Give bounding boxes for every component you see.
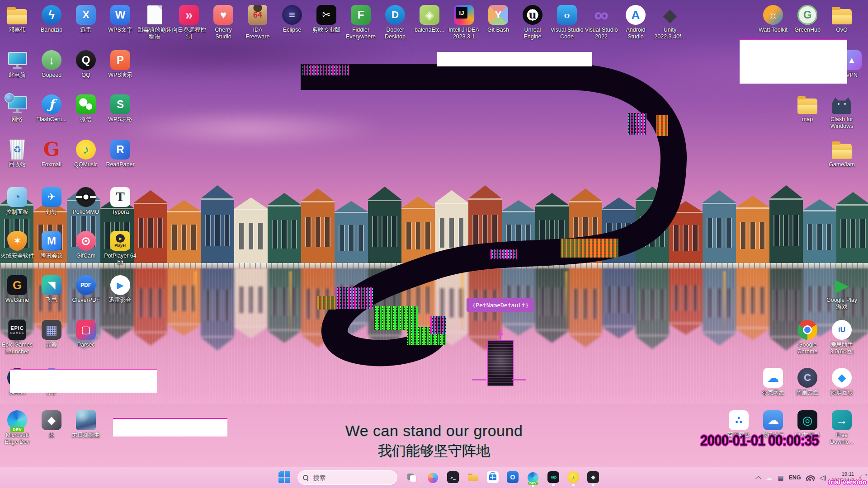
desktop-icon-gifcam[interactable]: ⊙GifCam: [69, 230, 103, 259]
taskbar: >_ODEVTap♪◆ ☁ ▦ ENG ◁) 19:11 2025/11/2 ☾…: [0, 467, 868, 488]
ida-freeware-icon: 64: [247, 5, 268, 25]
desktop-icon-tencent-meeting[interactable]: M腾讯会议: [34, 230, 69, 259]
control-panel-icon: ◔: [7, 187, 28, 207]
taskbar-unity-button[interactable]: ◆: [587, 471, 599, 483]
desktop-icon-thunder-player[interactable]: ▶迅雷影音: [103, 275, 137, 304]
desktop-icon-gopeed[interactable]: ↓Gopeed: [34, 50, 69, 79]
desktop-icon-ms-edge-dev[interactable]: DEVMicrosoft Edge Dev: [0, 410, 34, 446]
tray-chevron-up-icon[interactable]: [755, 476, 761, 482]
desktop-icon-wechat[interactable]: 微信: [69, 94, 103, 123]
desktop-icon-free-download[interactable]: →Free Downlo...: [825, 410, 859, 446]
desktop-icon-unreal-engine[interactable]: uUnreal Engine: [515, 5, 550, 40]
onedrive-icon[interactable]: ☁: [765, 474, 773, 481]
google-play-games-icon: ▶: [831, 275, 852, 296]
desktop-icon-feishu[interactable]: ◥飞书: [34, 275, 69, 304]
desktop-icon-unity[interactable]: ◆Unity 2022.3.40f...: [653, 5, 687, 40]
quark-drive-icon: ☁: [763, 367, 783, 388]
desktop-icon-wegame[interactable]: GWeGame: [0, 275, 34, 304]
desktop-icon-doc-tianmeizhen[interactable]: 甜莓镇的崩坏物语: [137, 5, 172, 40]
desktop-icon-potplayer[interactable]: ▶PlayerPotPlayer 64 bit: [103, 230, 137, 266]
eclipse-icon: ≡: [282, 5, 302, 25]
douban-icon: ▦: [41, 319, 62, 340]
taskbar-terminal-button[interactable]: >_: [447, 471, 459, 483]
taskbar-taptap-button[interactable]: Tap: [547, 471, 559, 483]
search-input[interactable]: [312, 474, 382, 482]
taskbar-microsoft-store-button[interactable]: [487, 471, 499, 483]
desktop-icon-label: Eclipse: [283, 27, 301, 33]
desktop-icon-intellij-idea[interactable]: IJIntelliJ IDEA 2023.3.1: [447, 5, 481, 40]
taskbar-copilot-button[interactable]: [426, 471, 439, 484]
desktop-icon-thunder[interactable]: X迅雷: [69, 5, 103, 33]
desktop-icon-label: map: [802, 116, 813, 123]
desktop-icon-label: 迅雷影音: [109, 297, 132, 304]
desktop-icon-cherry-studio[interactable]: ♥Cherry Studio: [206, 5, 241, 40]
desktop-icon-this-pc[interactable]: 此电脑: [0, 50, 34, 79]
desktop-icon-huorong[interactable]: ✶火绒安全软件: [0, 230, 34, 259]
desktop-icon-wps-ppt[interactable]: PWPS演示: [103, 50, 137, 79]
desktop-icon-clash-for-windows[interactable]: Clash for Windows: [825, 94, 859, 130]
desktop-icon-android-studio[interactable]: AAndroid Studio: [618, 5, 653, 40]
touch-keyboard-icon[interactable]: ▦: [778, 474, 783, 481]
desktop-icon-cleverpdf[interactable]: PDFCleverPDF: [69, 275, 103, 304]
desktop-icon-ida-freeware[interactable]: 64IDA Freeware: [241, 5, 275, 40]
desktop-icon-folder-dengjiawei[interactable]: 邓嘉伟: [0, 5, 34, 33]
desktop-icon-label: 爱思助手 8.0(64位): [825, 342, 859, 355]
desktop-icon-eclipse[interactable]: ≡Eclipse: [275, 5, 309, 33]
desktop-icon-balena-etcher[interactable]: ◈balenaEtc...: [412, 5, 447, 33]
desktop-icon-typora[interactable]: TTypora: [103, 187, 137, 216]
folder-dengjiawei-icon: [7, 5, 28, 25]
volume-icon[interactable]: ◁): [820, 474, 826, 481]
desktop-icon-parsec[interactable]: ▢Parsec: [69, 319, 103, 348]
desktop-icon-wps-sheet[interactable]: SWPS表格: [103, 94, 137, 123]
pet-nametag[interactable]: {PetNameDefault}: [467, 298, 534, 312]
desktop-icon-mori-lullaby[interactable]: 末日摇篮曲: [69, 410, 103, 439]
desktop[interactable]: 邓嘉伟ϟBandizipX迅雷WWPS文字甜莓镇的崩坏物语»向日葵远程控制♥Ch…: [0, 0, 868, 488]
wifi-icon[interactable]: [806, 474, 815, 481]
desktop-icon-douban[interactable]: ▦豆瓣: [34, 319, 69, 348]
desktop-icon-qq[interactable]: QQQ: [69, 50, 103, 79]
desktop-icon-gu[interactable]: ◆蛊: [34, 410, 69, 439]
desktop-icon-epic-games-launcher[interactable]: EPICGAMESEpic Games Launcher: [0, 319, 34, 355]
desktop-icon-pokemmo[interactable]: PokeMMO: [69, 187, 103, 216]
desktop-icon-dingtalk[interactable]: ✈钉钉: [34, 187, 69, 216]
desktop-icon-bandizip[interactable]: ϟBandizip: [34, 5, 69, 33]
desktop-icon-greenhub[interactable]: GGreenHub: [790, 5, 825, 33]
taskbar-file-explorer-button[interactable]: [467, 471, 479, 483]
desktop-icon-vscode[interactable]: ‹›Visual Studio Code: [550, 5, 584, 40]
desktop-icon-wps-writer[interactable]: WWPS文字: [103, 5, 137, 33]
desktop-icon-capcut[interactable]: ✂剪映专业版: [309, 5, 344, 33]
taskbar-outlook-button[interactable]: O: [507, 471, 519, 483]
desktop-icon-aliyun-drive[interactable]: C阿里云盘: [790, 367, 825, 396]
intellij-idea-icon: IJ: [453, 5, 474, 25]
taskbar-edge-dev-button[interactable]: DEV: [527, 471, 539, 484]
desktop-icon-control-panel[interactable]: ◔控制面板: [0, 187, 34, 216]
wegame-icon: G: [7, 275, 28, 296]
desktop-icon-flashcenter[interactable]: ƒFlashCent...: [34, 94, 69, 123]
desktop-icon-qq-music[interactable]: ♪QQMusic: [69, 139, 103, 168]
desktop-icon-google-chrome[interactable]: Google Chrome: [790, 319, 825, 355]
desktop-icon-sunlogin[interactable]: »向日葵远程控制: [172, 5, 206, 40]
desktop-icon-visual-studio-2022[interactable]: ∞Visual Studio 2022: [584, 5, 618, 40]
desktop-icon-watt-toolkit[interactable]: ☼Watt Toolkit: [756, 5, 790, 33]
desktop-icon-network[interactable]: 网络: [0, 94, 34, 123]
taskbar-search[interactable]: [297, 470, 397, 485]
desktop-icon-readpaper[interactable]: RReadPaper: [103, 139, 137, 168]
taskbar-task-view-button[interactable]: [406, 471, 418, 484]
desktop-icon-google-play-games[interactable]: ▶Google Play 游戏: [825, 275, 859, 310]
desktop-icon-folder-ovo[interactable]: OvO: [825, 5, 859, 33]
desktop-icon-docker-desktop[interactable]: DDocker Desktop: [378, 5, 412, 40]
start-button[interactable]: [278, 471, 291, 484]
desktop-icon-label: 飞书: [46, 297, 57, 304]
desktop-icon-recycle-bin[interactable]: ♻回收站: [0, 139, 34, 168]
desktop-icon-fiddler[interactable]: FFiddler Everywhere: [344, 5, 378, 40]
desktop-icon-foxmail[interactable]: GFoxmail: [34, 139, 69, 168]
desktop-icon-aisi-assistant[interactable]: iU爱思助手 8.0(64位): [825, 319, 859, 355]
desktop-icon-folder-gamejam[interactable]: GameJam: [825, 139, 859, 168]
desktop-icon-quark-drive[interactable]: ☁夸克网盘: [756, 367, 790, 396]
desktop-icon-label: PokeMMO: [72, 209, 99, 216]
desktop-icon-git-bash[interactable]: YGit Bash: [481, 5, 515, 33]
taskbar-qq-music-button[interactable]: ♪: [567, 471, 579, 483]
desktop-icon-folder-map[interactable]: map: [790, 94, 825, 123]
desktop-icon-cross-screen-link[interactable]: ◆跨屏互联: [825, 367, 859, 396]
language-indicator[interactable]: ENG: [789, 474, 801, 481]
